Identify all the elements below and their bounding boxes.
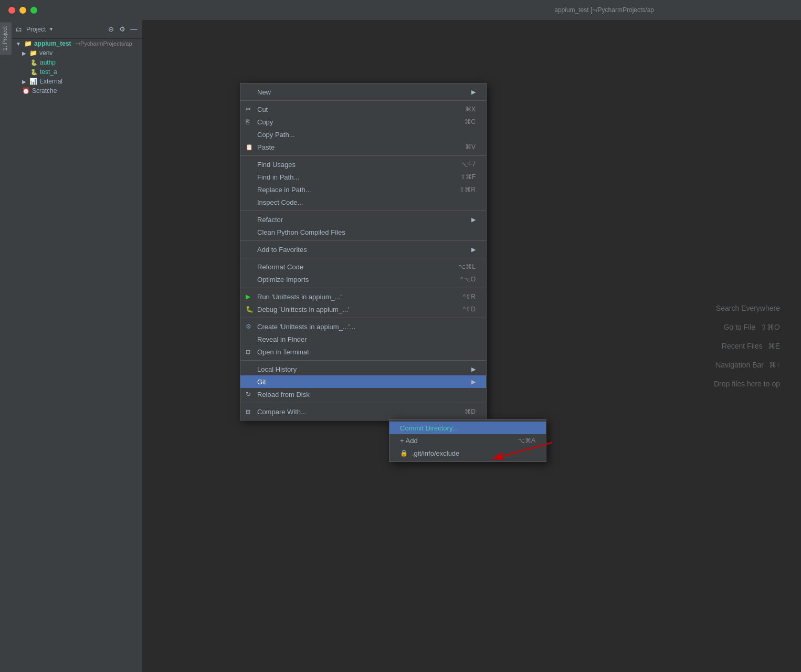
menu-item-create[interactable]: ⚙ Create 'Unittests in appium_...'... bbox=[240, 320, 486, 333]
hint-goto-file: Go to File ⇧⌘O bbox=[714, 323, 780, 331]
project-dropdown-arrow[interactable]: ▾ bbox=[50, 26, 52, 32]
svg-line-1 bbox=[494, 443, 552, 458]
menu-refactor-label: Refactor bbox=[257, 216, 467, 224]
menu-optimize-shortcut: ^⌥O bbox=[460, 276, 476, 283]
close-button[interactable] bbox=[8, 7, 15, 14]
external-icon: 📊 bbox=[29, 78, 37, 85]
menu-item-reveal[interactable]: Reveal in Finder bbox=[240, 333, 486, 345]
menu-item-refactor[interactable]: Refactor ▶ bbox=[240, 213, 486, 226]
menu-item-local-history[interactable]: Local History ▶ bbox=[240, 363, 486, 375]
collapse-icon[interactable]: — bbox=[130, 25, 138, 34]
menu-copy-label: Copy bbox=[257, 118, 444, 126]
menu-item-new[interactable]: New ▶ bbox=[240, 86, 486, 98]
hint-nav-label: Navigation Bar bbox=[715, 361, 764, 369]
tree-item-venv[interactable]: ▶ 📁 venv bbox=[12, 48, 142, 58]
menu-find-path-shortcut: ⇧⌘F bbox=[460, 173, 476, 181]
sidebar-tab-project[interactable]: 1: Project bbox=[0, 22, 12, 55]
menu-item-cut[interactable]: ✂ Cut ⌘X bbox=[240, 103, 486, 116]
main-layout: 1: Project 🗂 Project ▾ ⊕ ⚙ — ▼ 📁 appium_… bbox=[0, 20, 801, 672]
separator-1 bbox=[240, 100, 486, 101]
menu-copy-shortcut: ⌘C bbox=[465, 118, 476, 125]
root-folder-icon: 📁 bbox=[24, 40, 32, 47]
menu-item-replace-path[interactable]: Replace in Path... ⇧⌘R bbox=[240, 183, 486, 196]
settings-icon[interactable]: ⚙ bbox=[118, 25, 127, 34]
menu-reformat-label: Reformat Code bbox=[257, 263, 437, 271]
menu-replace-path-shortcut: ⇧⌘R bbox=[459, 186, 476, 193]
hint-drop-label: Drop files here to op bbox=[714, 380, 780, 388]
tree-item-scratch[interactable]: ⏰ Scratche bbox=[12, 86, 142, 96]
window-title: appium_test [~/PycharmProjects/ap bbox=[554, 6, 654, 14]
menu-item-reload[interactable]: ↻ Reload from Disk bbox=[240, 388, 486, 401]
menu-item-paste[interactable]: 📋 Paste ⌘V bbox=[240, 141, 486, 153]
tree-item-authp[interactable]: 🐍 authp bbox=[12, 58, 142, 67]
menu-debug-label: Debug 'Unittests in appium_...' bbox=[257, 306, 442, 313]
paste-icon: 📋 bbox=[246, 144, 253, 151]
menu-item-favorites[interactable]: Add to Favorites ▶ bbox=[240, 243, 486, 256]
create-icon: ⚙ bbox=[246, 323, 251, 330]
menu-create-label: Create 'Unittests in appium_...'... bbox=[257, 323, 476, 331]
menu-item-inspect[interactable]: Inspect Code... bbox=[240, 196, 486, 208]
context-menu: New ▶ ✂ Cut ⌘X ⎘ Copy ⌘C Copy Path... bbox=[240, 83, 487, 421]
minimize-button[interactable] bbox=[19, 7, 26, 14]
locate-icon[interactable]: ⊕ bbox=[107, 25, 115, 34]
hint-goto-label: Go to File bbox=[723, 323, 755, 331]
menu-compare-shortcut: ⌘D bbox=[465, 408, 476, 415]
venv-chevron: ▶ bbox=[22, 50, 26, 56]
menu-item-terminal[interactable]: ⊡ Open in Terminal bbox=[240, 345, 486, 358]
menu-terminal-label: Open in Terminal bbox=[257, 348, 476, 356]
menu-debug-shortcut: ^⇧D bbox=[463, 306, 476, 313]
sidebar-strip: 1: Project bbox=[0, 20, 12, 672]
menu-item-reformat[interactable]: Reformat Code ⌥⌘L bbox=[240, 260, 486, 273]
menu-find-path-label: Find in Path... bbox=[257, 173, 439, 181]
separator-7 bbox=[240, 318, 486, 318]
maximize-button[interactable] bbox=[30, 7, 37, 14]
separator-4 bbox=[240, 240, 486, 241]
menu-replace-path-label: Replace in Path... bbox=[257, 186, 438, 194]
terminal-icon: ⊡ bbox=[246, 349, 250, 355]
menu-find-usages-shortcut: ⌥F7 bbox=[461, 161, 476, 168]
menu-optimize-label: Optimize Imports bbox=[257, 276, 439, 284]
menu-item-copy-path[interactable]: Copy Path... bbox=[240, 128, 486, 141]
hint-recent-label: Recent Files bbox=[722, 342, 763, 350]
separator-5 bbox=[240, 258, 486, 258]
submenu-commit-label: Commit Directory... bbox=[400, 424, 535, 432]
menu-item-run[interactable]: ▶ Run 'Unittests in appium_...' ^⇧R bbox=[240, 290, 486, 303]
menu-reload-label: Reload from Disk bbox=[257, 391, 476, 398]
refactor-arrow-icon: ▶ bbox=[471, 216, 476, 223]
external-chevron: ▶ bbox=[22, 79, 26, 85]
menu-local-history-label: Local History bbox=[257, 365, 467, 373]
menu-new-label: New bbox=[257, 88, 467, 96]
project-panel: 🗂 Project ▾ ⊕ ⚙ — ▼ 📁 appium_test ~/Pych… bbox=[12, 20, 143, 672]
testa-label: test_a bbox=[40, 68, 57, 76]
debug-icon: 🐛 bbox=[246, 306, 254, 313]
menu-item-clean[interactable]: Clean Python Compiled Files bbox=[240, 226, 486, 238]
hint-nav-bar: Navigation Bar ⌘↑ bbox=[714, 361, 780, 369]
hint-recent-files: Recent Files ⌘E bbox=[714, 342, 780, 350]
tree-root-item[interactable]: ▼ 📁 appium_test ~/PycharmProjects/ap bbox=[12, 39, 142, 48]
tree-item-external[interactable]: ▶ 📊 External bbox=[12, 77, 142, 86]
menu-item-git[interactable]: Git ▶ bbox=[240, 375, 486, 388]
cut-icon: ✂ bbox=[246, 106, 251, 113]
hint-search-label: Search Everywhere bbox=[716, 304, 780, 312]
menu-paste-label: Paste bbox=[257, 143, 444, 151]
menu-item-debug[interactable]: 🐛 Debug 'Unittests in appium_...' ^⇧D bbox=[240, 303, 486, 316]
external-label: External bbox=[39, 78, 62, 85]
menu-item-find-usages[interactable]: Find Usages ⌥F7 bbox=[240, 158, 486, 171]
separator-2 bbox=[240, 155, 486, 156]
menu-item-find-path[interactable]: Find in Path... ⇧⌘F bbox=[240, 171, 486, 183]
menu-item-compare[interactable]: ⊞ Compare With... ⌘D bbox=[240, 405, 486, 418]
compare-icon: ⊞ bbox=[246, 408, 250, 415]
venv-label: venv bbox=[39, 49, 52, 57]
git-arrow-icon: ▶ bbox=[471, 379, 476, 385]
menu-item-copy[interactable]: ⎘ Copy ⌘C bbox=[240, 116, 486, 128]
project-header: 🗂 Project ▾ ⊕ ⚙ — bbox=[12, 20, 142, 39]
menu-item-optimize[interactable]: Optimize Imports ^⌥O bbox=[240, 273, 486, 286]
testa-icon: 🐍 bbox=[30, 69, 38, 76]
local-history-arrow-icon: ▶ bbox=[471, 366, 476, 373]
hint-recent-shortcut: ⌘E bbox=[768, 342, 780, 350]
tree-item-testa[interactable]: 🐍 test_a bbox=[12, 67, 142, 77]
submenu-item-commit[interactable]: Commit Directory... bbox=[389, 422, 546, 434]
scratch-label: Scratche bbox=[32, 87, 57, 94]
project-tree: ▼ 📁 appium_test ~/PycharmProjects/ap ▶ 📁… bbox=[12, 39, 142, 96]
hint-search-everywhere: Search Everywhere bbox=[714, 304, 780, 312]
